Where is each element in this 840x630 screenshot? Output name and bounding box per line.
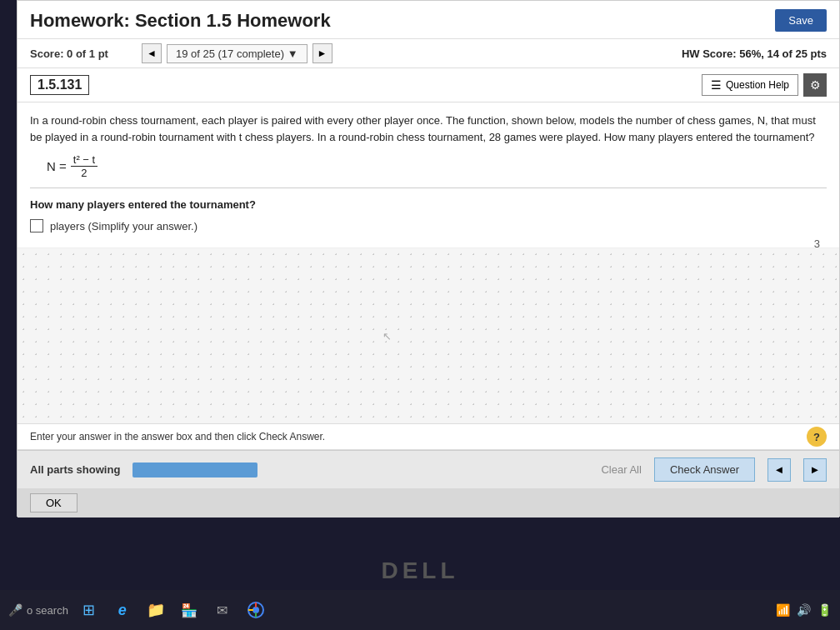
check-answer-button[interactable]: Check Answer [654,458,755,482]
formula-numerator: t² − t [71,153,98,167]
answer-row: players (Simplify your answer.) [30,219,827,232]
svg-point-1 [252,607,259,613]
taskbar-store-icon[interactable]: 🏪 [177,598,202,622]
fraction: t² − t 2 [71,153,98,179]
instruction-bar: Enter your answer in the answer box and … [18,423,839,450]
save-button[interactable]: Save [775,9,827,32]
score-bar: Score: 0 of 1 pt ◄ 19 of 25 (17 complete… [18,39,839,68]
search-label: o search [27,604,68,617]
formula-line: N = t² − t 2 [47,153,827,179]
dell-watermark: DELL [381,558,458,584]
problem-text: In a round-robin chess tournament, each … [30,112,827,145]
taskbar-windows-icon[interactable]: ⊞ [77,598,102,622]
problem-number: 1.5.131 [30,75,89,95]
answer-area[interactable]: ↖ [18,248,839,423]
ok-button[interactable]: OK [30,493,78,512]
instruction-text: Enter your answer in the answer box and … [30,431,325,442]
next-bottom-button[interactable]: ► [803,458,827,482]
next-question-button[interactable]: ► [312,43,332,63]
formula-N-label: N = [47,159,67,173]
score-text: Score: 0 of 1 pt [30,48,108,60]
taskbar-chrome-icon[interactable] [243,598,268,622]
progress-text[interactable]: 19 of 25 (17 complete) ▼ [167,44,308,63]
header-bar: Homework: Section 1.5 Homework Save [18,1,839,39]
dropdown-icon: ▼ [288,48,298,60]
bottom-controls-bar: All parts showing Clear All Check Answer… [18,450,839,488]
help-circle-button[interactable]: ? [807,427,827,447]
hw-score-text: HW Score: 56%, 14 of 25 pts [682,48,827,60]
taskbar-network-icon: 📶 [776,603,790,617]
answer-checkbox[interactable] [30,219,43,232]
progress-bar-container [132,462,258,478]
cursor-hint: ↖ [382,330,392,342]
taskbar-edge-icon[interactable]: e [110,598,135,622]
taskbar-right: 📶 🔊 🔋 [776,603,832,617]
taskbar-mail-icon[interactable]: ✉ [210,598,235,622]
divider [30,188,827,188]
formula-denominator: 2 [78,167,89,179]
progress-bar-fill [132,462,258,478]
prev-question-button[interactable]: ◄ [142,43,162,63]
problem-content: In a round-robin chess tournament, each … [18,102,839,248]
answer-label: players (Simplify your answer.) [50,220,198,232]
list-icon: ☰ [711,78,722,92]
formula-block: N = t² − t 2 [47,153,827,179]
question-line: How many players entered the tournament? [30,195,827,211]
clear-all-button[interactable]: Clear All [601,463,641,476]
taskbar-search-area: 🎤 o search [8,603,68,617]
prev-bottom-button[interactable]: ◄ [768,458,791,482]
ok-area: OK [18,488,839,518]
page-title: Homework: Section 1.5 Homework [30,10,775,32]
question-help-button[interactable]: ☰ Question Help [702,74,798,96]
nav-controls: ◄ 19 of 25 (17 complete) ▼ ► [142,43,332,63]
taskbar-volume-icon: 🔊 [797,603,811,617]
taskbar-battery-icon: 🔋 [818,603,832,617]
taskbar: 🎤 o search ⊞ e 📁 🏪 ✉ 📶 🔊 🔋 [0,590,840,630]
all-parts-label: All parts showing [30,463,120,476]
taskbar-folder-icon[interactable]: 📁 [143,598,168,622]
settings-button[interactable]: ⚙ [803,73,827,97]
problem-number-bar: 1.5.131 ☰ Question Help ⚙ [18,68,839,102]
mic-icon: 🎤 [8,603,22,617]
main-window: Homework: Section 1.5 Homework Save Scor… [17,0,840,517]
